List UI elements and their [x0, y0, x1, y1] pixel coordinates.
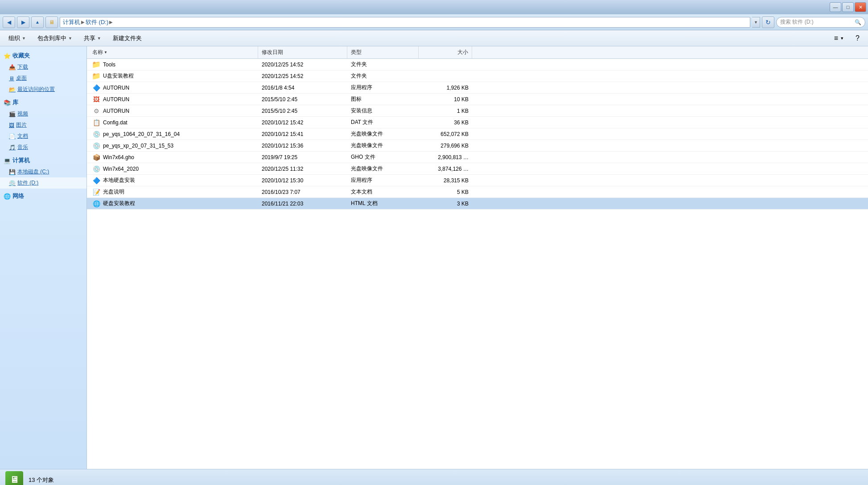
title-bar: — □ ✕: [0, 0, 868, 14]
drive-d-label: 软件 (D:): [17, 179, 38, 187]
sidebar-item-music[interactable]: 🎵 音乐: [0, 142, 86, 153]
organize-button[interactable]: 组织 ▼: [4, 32, 31, 45]
favorites-icon: ⭐: [4, 53, 11, 59]
file-row[interactable]: 📝 光盘说明 2016/10/23 7:07 文本文档 5 KB: [87, 186, 868, 198]
file-row[interactable]: 💿 Win7x64_2020 2020/12/25 11:32 光盘映像文件 3…: [87, 163, 868, 175]
file-type-cell: 应用程序: [347, 84, 419, 91]
file-date-cell: 2020/12/25 11:32: [258, 166, 347, 172]
share-arrow: ▼: [97, 36, 101, 41]
file-type-cell: 图标: [347, 95, 419, 103]
sidebar-item-recent[interactable]: 📂 最近访问的位置: [0, 84, 86, 95]
col-type-label: 类型: [351, 49, 362, 56]
file-type-cell: 应用程序: [347, 177, 419, 184]
sidebar-item-docs[interactable]: 📄 文档: [0, 131, 86, 142]
sidebar-item-desktop[interactable]: 🖥 桌面: [0, 73, 86, 84]
file-date-cell: 2020/12/25 14:52: [258, 62, 347, 68]
desktop-label: 桌面: [16, 74, 27, 82]
file-name-cell: 📝 光盘说明: [89, 188, 258, 196]
file-name: Win7x64_2020: [103, 166, 139, 172]
file-icon: 💿: [92, 165, 100, 173]
file-date-cell: 2020/12/25 14:52: [258, 73, 347, 79]
file-icon: 📋: [92, 119, 100, 127]
file-icon: 📦: [92, 153, 100, 161]
sidebar-section-library: 📚 库 🎬 视频 🖼 图片 📄 文档 🎵 音乐: [0, 97, 86, 153]
file-date-cell: 2020/10/12 15:42: [258, 119, 347, 126]
help-button[interactable]: ?: [851, 32, 864, 45]
view-button[interactable]: ≡ ▼: [829, 32, 849, 45]
file-row[interactable]: 🌐 硬盘安装教程 2016/11/21 22:03 HTML 文档 3 KB: [87, 198, 868, 210]
file-name-cell: 📋 Config.dat: [89, 119, 258, 127]
include-library-button[interactable]: 包含到库中 ▼: [33, 32, 77, 45]
desktop-icon: 🖥: [9, 75, 14, 82]
file-row[interactable]: 📁 U盘安装教程 2020/12/25 14:52 文件夹: [87, 70, 868, 82]
toolbar: 组织 ▼ 包含到库中 ▼ 共享 ▼ 新建文件夹 ≡ ▼ ?: [0, 30, 868, 46]
new-folder-button[interactable]: 新建文件夹: [108, 32, 147, 45]
path-dropdown-button[interactable]: ▼: [752, 17, 760, 28]
sidebar-item-pictures[interactable]: 🖼 图片: [0, 119, 86, 131]
sidebar-header-library[interactable]: 📚 库: [0, 97, 86, 108]
file-date-cell: 2015/5/10 2:45: [258, 96, 347, 103]
sidebar-header-computer[interactable]: 💻 计算机: [0, 155, 86, 166]
refresh-button[interactable]: ↻: [762, 16, 774, 28]
include-library-label: 包含到库中: [37, 34, 66, 42]
file-name: AUTORUN: [103, 108, 129, 114]
file-row[interactable]: 💿 pe_yqs_1064_20_07_31_16_04 2020/10/12 …: [87, 128, 868, 140]
music-label: 音乐: [17, 144, 28, 151]
close-button[interactable]: ✕: [855, 2, 866, 12]
file-name-cell: ⚙ AUTORUN: [89, 107, 258, 115]
video-label: 视频: [17, 110, 28, 118]
column-header-date[interactable]: 修改日期: [258, 46, 347, 58]
file-icon: 🔷: [92, 177, 100, 185]
favorites-label: 收藏夹: [12, 52, 30, 60]
column-header-name[interactable]: 名称 ▼: [89, 46, 258, 58]
file-name-cell: 📁 U盘安装教程: [89, 72, 258, 80]
pictures-icon: 🖼: [9, 122, 14, 128]
file-row[interactable]: 🖼 AUTORUN 2015/5/10 2:45 图标 10 KB: [87, 94, 868, 105]
file-icon: 📁: [92, 61, 100, 69]
share-button[interactable]: 共享 ▼: [79, 32, 106, 45]
file-name: 本地硬盘安装: [103, 177, 135, 184]
file-size-cell: 1 KB: [419, 108, 472, 114]
column-header-size[interactable]: 大小: [419, 46, 472, 58]
column-header-type[interactable]: 类型: [347, 46, 419, 58]
file-date-cell: 2015/5/10 2:45: [258, 108, 347, 114]
address-path[interactable]: 计算机 ▶ 软件 (D:) ▶: [60, 17, 750, 28]
file-row[interactable]: 🔷 AUTORUN 2016/1/8 4:54 应用程序 1,926 KB: [87, 82, 868, 94]
path-drive[interactable]: 软件 (D:): [86, 18, 108, 26]
file-row[interactable]: ⚙ AUTORUN 2015/5/10 2:45 安装信息 1 KB: [87, 105, 868, 117]
file-row[interactable]: 🔷 本地硬盘安装 2020/10/12 15:30 应用程序 28,315 KB: [87, 175, 868, 186]
file-size-cell: 36 KB: [419, 119, 472, 126]
forward-button[interactable]: ▶: [17, 16, 29, 28]
computer-icon: 💻: [4, 157, 11, 164]
file-row[interactable]: 📁 Tools 2020/12/25 14:52 文件夹: [87, 59, 868, 70]
file-name-cell: 🔷 本地硬盘安装: [89, 177, 258, 185]
up-button[interactable]: ▲: [31, 16, 44, 28]
sidebar-header-favorites[interactable]: ⭐ 收藏夹: [0, 50, 86, 62]
drive-c-label: 本地磁盘 (C:): [17, 168, 49, 176]
file-icon: 🔷: [92, 84, 100, 92]
file-row[interactable]: 📋 Config.dat 2020/10/12 15:42 DAT 文件 36 …: [87, 117, 868, 128]
file-size-cell: 10 KB: [419, 96, 472, 103]
new-folder-label: 新建文件夹: [113, 34, 142, 42]
sidebar-item-downloads[interactable]: 📥 下载: [0, 62, 86, 73]
sidebar-item-drive-d[interactable]: 💿 软件 (D:): [0, 177, 86, 189]
file-row[interactable]: 💿 pe_yqs_xp_20_07_31_15_53 2020/10/12 15…: [87, 140, 868, 152]
sidebar-header-network[interactable]: 🌐 网络: [0, 190, 86, 202]
file-name: Config.dat: [103, 119, 128, 126]
docs-icon: 📄: [9, 133, 16, 140]
path-end-arrow: ▶: [109, 20, 113, 25]
file-type-cell: DAT 文件: [347, 119, 419, 126]
search-box[interactable]: 搜索 软件 (D:) 🔍: [776, 17, 865, 28]
file-icon: 💿: [92, 142, 100, 150]
file-date-cell: 2016/11/21 22:03: [258, 201, 347, 207]
sidebar-section-computer: 💻 计算机 💾 本地磁盘 (C:) 💿 软件 (D:): [0, 155, 86, 189]
back-button[interactable]: ◀: [3, 16, 15, 28]
path-computer[interactable]: 计算机: [63, 18, 80, 26]
status-text: 13 个对象: [29, 476, 54, 484]
maximize-button[interactable]: □: [842, 2, 854, 12]
minimize-button[interactable]: —: [830, 2, 841, 12]
sidebar-item-drive-c[interactable]: 💾 本地磁盘 (C:): [0, 166, 86, 177]
file-row[interactable]: 📦 Win7x64.gho 2019/9/7 19:25 GHO 文件 2,90…: [87, 152, 868, 163]
file-icon: ⚙: [92, 107, 100, 115]
sidebar-item-video[interactable]: 🎬 视频: [0, 108, 86, 119]
